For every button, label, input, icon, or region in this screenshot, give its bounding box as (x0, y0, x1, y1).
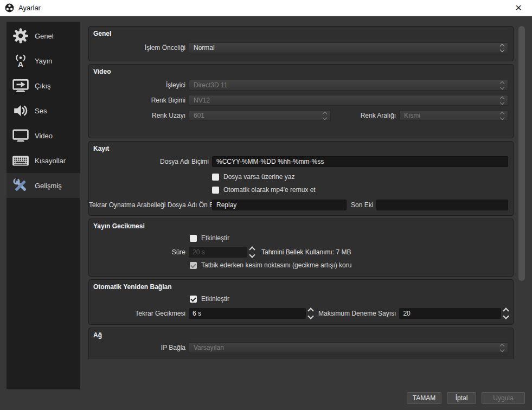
group-ag: Ağ IP Bağla Varsayılan (88, 328, 514, 359)
group-title: Video (93, 68, 111, 75)
color-format-select: NV12 (189, 95, 508, 106)
duration-spinbox: 20 s (189, 247, 247, 258)
overwrite-checkbox-row[interactable]: Dosya varsa üzerine yaz (212, 172, 294, 181)
sidebar-item-label: Kısayollar (35, 157, 66, 165)
sidebar-item-yayin[interactable]: A Yayın (7, 48, 80, 73)
spinbox-arrows-icon (250, 247, 254, 257)
group-title: Yayın Gecikmesi (93, 222, 145, 230)
keyboard-icon (11, 154, 30, 167)
group-video: Video İşleyici Direct3D 11 Renk Biçimi N… (88, 64, 514, 138)
sidebar-item-cikis[interactable]: Çıkış (7, 73, 80, 98)
group-title: Kayıt (93, 145, 109, 152)
settings-sidebar: Genel A Yayın Çıkış (7, 22, 80, 389)
color-space-label: Renk Uzayı (89, 112, 185, 119)
process-priority-select[interactable]: Normal (189, 42, 508, 53)
retry-delay-spinbox[interactable]: 6 s (189, 308, 306, 319)
sidebar-item-gelismis[interactable]: Gelişmiş (7, 173, 80, 198)
reconnect-enable-checkbox-row[interactable]: Etkinleştir (190, 294, 229, 303)
settings-scroll-area: Genel İşlem Önceliği Normal Video İşleyi… (88, 22, 514, 359)
spinbox-arrows-icon[interactable] (504, 309, 508, 318)
preserve-cutoff-label: Tatbik ederken kesim noktasını (gecikme … (201, 261, 351, 269)
sidebar-item-genel[interactable]: Genel (7, 23, 80, 48)
renderer-select: Direct3D 11 (189, 80, 508, 91)
combo-spinner-icon (501, 111, 504, 120)
sidebar-item-ses[interactable]: Ses (7, 98, 80, 123)
remux-checkbox[interactable] (212, 187, 219, 194)
delay-enable-checkbox[interactable] (190, 235, 197, 242)
color-range-select: Kısmi (399, 110, 508, 121)
bind-ip-label: IP Bağla (89, 344, 185, 351)
speaker-icon (11, 104, 30, 118)
sidebar-item-label: Çıkış (35, 82, 51, 90)
duration-label: Süre (89, 248, 185, 256)
combo-spinner-icon (501, 95, 504, 105)
remux-checkbox-row[interactable]: Otomatik olarak mp4'e remux et (212, 185, 316, 194)
max-retries-label: Maksimum Deneme Sayısı (318, 310, 396, 317)
reconnect-enable-label[interactable]: Etkinleştir (201, 295, 229, 303)
apply-button: Uygula (482, 392, 525, 404)
output-monitor-icon (11, 79, 30, 93)
process-priority-label: İşlem Önceliği (89, 44, 185, 52)
sidebar-item-kisayollar[interactable]: Kısayollar (7, 148, 80, 173)
suffix-label: Son Eki (351, 201, 373, 209)
vertical-scrollbar-thumb[interactable] (518, 26, 525, 281)
group-title: Genel (93, 30, 111, 37)
monitor-icon (11, 129, 30, 142)
replay-prefix-input[interactable] (212, 200, 347, 210)
tools-icon (11, 177, 30, 194)
group-kayit: Kayıt Dosya Adı Biçimi Dosya varsa üzeri… (88, 141, 514, 216)
spinbox-arrows-icon[interactable] (309, 309, 313, 318)
sidebar-item-label: Genel (35, 32, 54, 40)
bind-ip-select[interactable]: Varsayılan (189, 342, 508, 353)
combo-spinner-icon (323, 111, 326, 120)
preserve-cutoff-checkbox-row: Tatbik ederken kesim noktasını (gecikme … (190, 261, 351, 270)
retry-delay-label: Tekrar Gecikmesi (89, 310, 185, 317)
close-icon[interactable]: × (510, 0, 527, 16)
broadcast-icon: A (11, 53, 30, 68)
sidebar-item-video[interactable]: Video (7, 123, 80, 148)
group-yayin-gecikmesi: Yayın Gecikmesi Etkinleştir Süre 20 s Ta… (88, 219, 514, 277)
overwrite-checkbox-label[interactable]: Dosya varsa üzerine yaz (223, 173, 294, 181)
remux-checkbox-label[interactable]: Otomatik olarak mp4'e remux et (223, 186, 316, 194)
max-retries-spinbox[interactable]: 20 (399, 308, 501, 319)
gear-icon (11, 28, 30, 44)
filename-format-input[interactable] (212, 156, 508, 167)
group-oto-yeniden-baglan: Otomatik Yeniden Bağlan Etkinleştir Tekr… (88, 279, 514, 325)
dialog-footer: TAMAM İptal Uygula (407, 392, 525, 404)
sidebar-item-label: Yayın (35, 57, 52, 65)
replay-prefix-label: Tekrar Oynatma Arabelleği Dosya Adı Ön E… (89, 201, 209, 209)
estimated-memory-text: Tahmini Bellek Kullanımı: 7 MB (261, 248, 351, 256)
suffix-input[interactable] (376, 200, 508, 210)
color-space-select: 601 (189, 110, 331, 121)
obs-logo-icon (5, 3, 14, 12)
group-genel: Genel İşlem Önceliği Normal (88, 26, 514, 61)
group-title: Ağ (93, 331, 102, 339)
combo-spinner-icon (501, 43, 504, 53)
svg-text:A: A (18, 60, 24, 68)
cancel-button[interactable]: İptal (447, 392, 476, 404)
window-titlebar[interactable]: Ayarlar × (0, 0, 532, 16)
delay-enable-label[interactable]: Etkinleştir (201, 234, 229, 242)
combo-spinner-icon (501, 80, 504, 90)
sidebar-item-label: Ses (35, 107, 47, 115)
delay-enable-checkbox-row[interactable]: Etkinleştir (190, 234, 229, 242)
sidebar-item-label: Gelişmiş (35, 182, 62, 190)
color-format-label: Renk Biçimi (89, 97, 185, 104)
sidebar-item-label: Video (35, 132, 53, 140)
group-title: Otomatik Yeniden Bağlan (93, 283, 171, 291)
ok-button[interactable]: TAMAM (407, 392, 441, 404)
combo-spinner-icon (501, 343, 504, 353)
reconnect-enable-checkbox[interactable] (190, 296, 197, 303)
color-range-label: Renk Aralığı (342, 112, 396, 119)
window-title: Ayarlar (18, 4, 41, 12)
preserve-cutoff-checkbox (190, 262, 197, 269)
overwrite-checkbox[interactable] (212, 174, 219, 181)
filename-format-label: Dosya Adı Biçimi (89, 158, 209, 165)
renderer-label: İşleyici (89, 81, 185, 89)
